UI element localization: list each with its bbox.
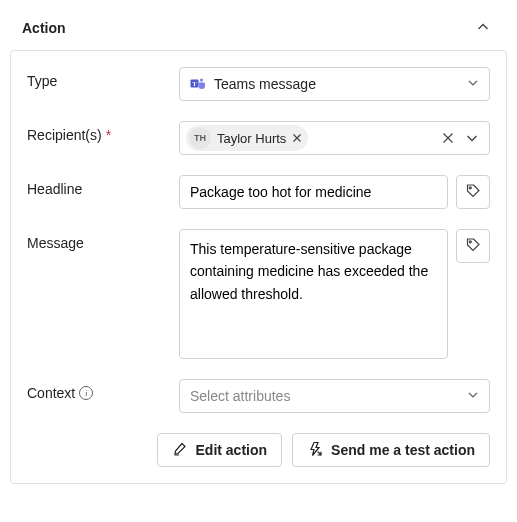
context-label: Context i — [27, 379, 167, 401]
message-textarea[interactable] — [179, 229, 448, 359]
chevron-down-icon — [467, 388, 479, 404]
type-label: Type — [27, 67, 167, 89]
info-icon[interactable]: i — [79, 386, 93, 400]
recipients-label: Recipient(s) * — [27, 121, 167, 143]
svg-point-4 — [469, 240, 471, 242]
send-test-label: Send me a test action — [331, 442, 475, 458]
svg-point-2 — [200, 78, 203, 81]
collapse-toggle[interactable] — [471, 16, 495, 40]
required-marker: * — [106, 127, 111, 143]
edit-label: Edit action — [196, 442, 268, 458]
panel-body: Type T Teams message Recipient(s) * — [10, 50, 507, 484]
avatar: TH — [189, 127, 211, 149]
type-value: Teams message — [214, 76, 316, 92]
svg-point-3 — [469, 186, 471, 188]
remove-recipient-button[interactable] — [292, 133, 302, 143]
svg-text:T: T — [192, 81, 196, 87]
panel-footer: Edit action Send me a test action — [27, 433, 490, 467]
type-select[interactable]: T Teams message — [179, 67, 490, 101]
tag-icon — [465, 237, 481, 256]
recipients-input[interactable]: TH Taylor Hurts — [179, 121, 490, 155]
chevron-down-icon — [467, 76, 479, 92]
panel-title: Action — [22, 20, 66, 36]
recipients-trailing — [441, 131, 483, 145]
recipient-name: Taylor Hurts — [217, 131, 286, 146]
message-tag-button[interactable] — [456, 229, 490, 263]
tag-icon — [465, 183, 481, 202]
edit-action-button[interactable]: Edit action — [157, 433, 283, 467]
clear-all-button[interactable] — [441, 131, 455, 145]
headline-tag-button[interactable] — [456, 175, 490, 209]
type-row: Type T Teams message — [27, 67, 490, 101]
action-panel: Action Type T Teams message — [10, 10, 507, 484]
chevron-up-icon — [476, 20, 490, 37]
context-row: Context i Select attributes — [27, 379, 490, 413]
message-row: Message — [27, 229, 490, 359]
recipient-chip: TH Taylor Hurts — [186, 125, 308, 151]
message-label: Message — [27, 229, 167, 251]
panel-header: Action — [10, 10, 507, 50]
headline-row: Headline — [27, 175, 490, 209]
teams-icon: T — [190, 76, 206, 92]
headline-input[interactable] — [179, 175, 448, 209]
edit-icon — [172, 441, 188, 460]
bolt-icon — [307, 441, 323, 460]
expand-recipients-button[interactable] — [465, 131, 479, 145]
headline-label: Headline — [27, 175, 167, 197]
context-placeholder: Select attributes — [190, 388, 290, 404]
context-select[interactable]: Select attributes — [179, 379, 490, 413]
recipients-row: Recipient(s) * TH Taylor Hurts — [27, 121, 490, 155]
send-test-button[interactable]: Send me a test action — [292, 433, 490, 467]
